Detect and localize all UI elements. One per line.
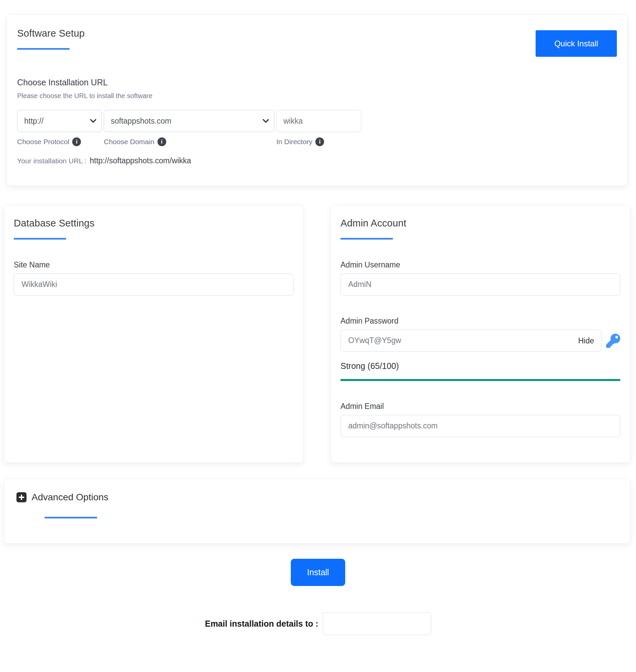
info-icon[interactable]: i: [72, 137, 81, 146]
admin-account-card: Admin Account Admin Username Admin Passw…: [331, 205, 630, 463]
password-strength-bar: [340, 379, 620, 381]
installation-url-fields: http:// Choose Protocol i softappshots.c…: [17, 110, 617, 146]
installation-url-label: Your installation URL :: [17, 157, 86, 165]
admin-password-row: Hide: [340, 330, 620, 352]
software-setup-heading-block: Software Setup: [17, 27, 85, 50]
quick-install-button[interactable]: Quick Install: [536, 30, 617, 57]
admin-username-input[interactable]: [340, 273, 620, 296]
title-underline: [14, 238, 66, 239]
title-underline: [340, 238, 393, 239]
installer-page: Software Setup Quick Install Choose Inst…: [0, 15, 636, 672]
domain-field: softappshots.com Choose Domain i: [104, 110, 274, 146]
admin-password-label: Admin Password: [340, 316, 620, 326]
title-underline: [45, 517, 97, 518]
email-details-label: Email installation details to :: [205, 619, 318, 629]
database-settings-card: Database Settings Site Name: [4, 205, 303, 463]
settings-row: Database Settings Site Name Admin Accoun…: [4, 205, 630, 463]
admin-email-label: Admin Email: [340, 402, 620, 411]
plus-icon[interactable]: [17, 492, 26, 502]
advanced-options-toggle[interactable]: Advanced Options: [17, 492, 108, 503]
advanced-options-card: Advanced Options: [4, 479, 630, 544]
protocol-label: Choose Protocol i: [17, 137, 102, 146]
title-underline: [17, 48, 69, 50]
password-strength-text: Strong (65/100): [340, 361, 620, 371]
hide-password-toggle[interactable]: Hide: [578, 336, 594, 345]
directory-label: In Directory i: [276, 137, 361, 146]
email-details-input[interactable]: [323, 612, 431, 635]
site-name-label: Site Name: [14, 261, 294, 269]
protocol-select[interactable]: http://: [17, 110, 102, 132]
install-button[interactable]: Install: [291, 559, 345, 586]
protocol-field: http:// Choose Protocol i: [17, 110, 102, 146]
software-setup-card: Software Setup Quick Install Choose Inst…: [7, 15, 627, 186]
database-settings-title: Database Settings: [14, 217, 294, 229]
info-icon[interactable]: i: [315, 137, 324, 146]
advanced-options-title: Advanced Options: [32, 492, 108, 503]
email-details-row: Email installation details to :: [0, 612, 636, 635]
software-setup-title: Software Setup: [17, 27, 85, 39]
info-icon[interactable]: i: [158, 137, 166, 146]
admin-username-label: Admin Username: [340, 261, 620, 269]
admin-email-input[interactable]: [340, 415, 620, 437]
directory-field: In Directory i: [276, 110, 361, 146]
installation-url-value: http://softappshots.com/wikka: [90, 156, 191, 165]
directory-input[interactable]: [276, 110, 361, 132]
domain-label: Choose Domain i: [104, 137, 274, 146]
domain-select[interactable]: softappshots.com: [104, 110, 274, 132]
installation-url-line: Your installation URL : http://softappsh…: [17, 156, 617, 165]
admin-account-title: Admin Account: [340, 217, 620, 229]
choose-installation-url-subtitle: Please choose the URL to install the sof…: [17, 92, 617, 100]
admin-password-input[interactable]: [340, 330, 601, 352]
key-icon[interactable]: [606, 334, 620, 348]
site-name-input[interactable]: [14, 273, 294, 296]
choose-installation-url-heading: Choose Installation URL: [17, 78, 617, 88]
